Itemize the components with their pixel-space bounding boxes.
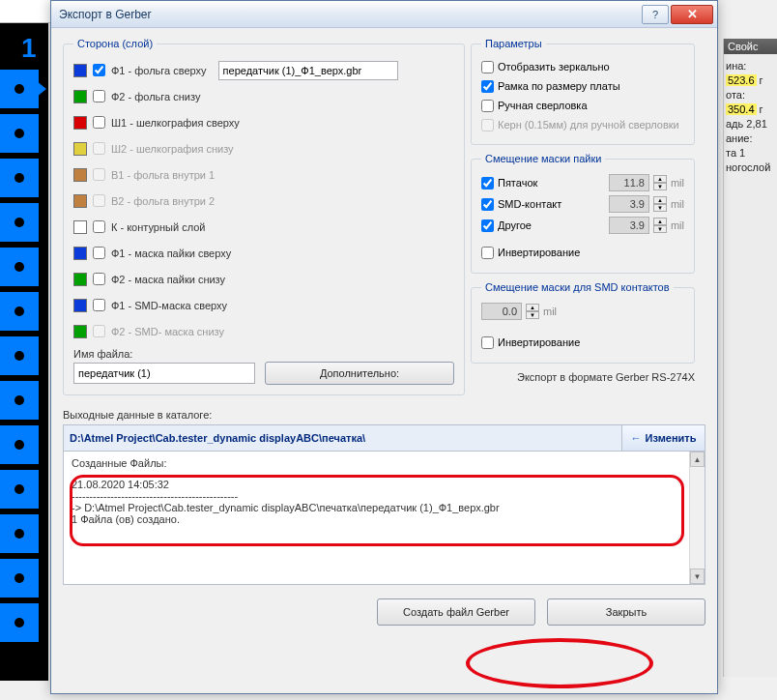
layer-checkbox[interactable]: [93, 116, 105, 129]
layer-row: Ф1 - SMD-маска сверху: [73, 292, 454, 318]
layer-checkbox[interactable]: [93, 299, 105, 311]
frame-label: Рамка по размеру платы: [498, 80, 620, 92]
other-checkbox[interactable]: [481, 219, 494, 232]
kern-checkbox: [481, 119, 494, 131]
filename-input[interactable]: [73, 363, 255, 384]
spin-up-icon[interactable]: ▲: [526, 304, 539, 311]
smdmask-value[interactable]: [481, 303, 522, 320]
layer-label: Ш1 - шелкография сверху: [111, 117, 240, 129]
spin-down-icon[interactable]: ▼: [653, 183, 667, 190]
scroll-up-icon[interactable]: ▲: [690, 452, 705, 467]
parameters-legend: Параметры: [481, 38, 546, 49]
output-path: D:\Atmel Project\Cab.tester_dynamic disp…: [64, 425, 621, 451]
smd-checkbox[interactable]: [481, 198, 494, 211]
layer-color-swatch: [73, 299, 87, 312]
layer-color-swatch: [73, 325, 87, 338]
ruler-stub: [0, 0, 50, 23]
layer-checkbox[interactable]: [93, 220, 105, 233]
log-line: 1 Файла (ов) создано.: [72, 513, 697, 525]
properties-header: Свойс: [724, 39, 777, 54]
layer-checkbox[interactable]: [93, 64, 105, 76]
change-path-button[interactable]: ← Изменить: [621, 425, 705, 451]
spin-down-icon[interactable]: ▼: [526, 311, 539, 319]
layer-checkbox[interactable]: [93, 247, 105, 259]
spin-down-icon[interactable]: ▼: [653, 225, 667, 233]
smd-value[interactable]: [609, 195, 649, 213]
frame-checkbox[interactable]: [481, 80, 494, 93]
layer-row: Ф2 - маска пайки снизу: [73, 266, 454, 292]
pad-unit: mil: [671, 177, 684, 189]
help-button[interactable]: ?: [642, 5, 669, 24]
layer-checkbox: [93, 325, 105, 337]
layer-label: Ф2 - SMD- маска снизу: [111, 326, 224, 337]
layer-row: Ф1 - маска пайки сверху: [73, 240, 454, 266]
layer-label: Ф2 - фольга снизу: [111, 91, 200, 102]
mask-invert-label: Инвертирование: [498, 247, 580, 258]
manual-drill-checkbox[interactable]: [481, 100, 494, 112]
output-pathbar: D:\Atmel Project\Cab.tester_dynamic disp…: [63, 424, 705, 452]
spin-up-icon[interactable]: ▲: [653, 196, 667, 204]
titlebar[interactable]: Экспорт в Gerber ? ✕: [51, 1, 717, 28]
layer-checkbox[interactable]: [93, 273, 105, 285]
mirror-checkbox[interactable]: [481, 61, 494, 73]
smd-unit: mil: [671, 198, 684, 210]
layer-row: К - контурный слой: [73, 214, 454, 240]
dialog-title: Экспорт в Gerber: [59, 8, 151, 21]
mask-invert-checkbox[interactable]: [481, 247, 494, 259]
spin-down-icon[interactable]: ▼: [653, 204, 667, 212]
side-legend: Сторона (слой): [73, 38, 157, 49]
more-button[interactable]: Дополнительно:: [265, 362, 454, 385]
smd-label: SMD-контакт: [498, 198, 605, 210]
kern-label: Керн (0.15мм) для ручной сверловки: [498, 119, 679, 131]
other-value[interactable]: [609, 217, 649, 234]
create-gerber-button[interactable]: Создать файл Gerber: [377, 598, 535, 626]
layer-color-swatch: [73, 194, 87, 208]
pcb-pin-number: 1: [0, 23, 48, 64]
export-format-note: Экспорт в формате Gerber RS-274X: [471, 371, 695, 383]
layer-label: В2 - фольга внутри 2: [111, 195, 215, 207]
mirror-label: Отобразить зеркально: [498, 61, 610, 73]
arrow-left-icon: ←: [631, 432, 642, 444]
layer-checkbox: [93, 168, 105, 181]
log-header: Созданные Файлы:: [72, 457, 697, 469]
layer-row: Ф2 - SMD- маска снизу: [73, 318, 454, 344]
pad-value[interactable]: [609, 174, 649, 191]
smdmask-invert-checkbox[interactable]: [481, 336, 494, 349]
log-line: -> D:\Atmel Project\Cab.tester_dynamic d…: [72, 502, 697, 513]
scroll-down-icon[interactable]: ▼: [690, 569, 705, 584]
layer-label: В1 - фольга внутри 1: [111, 169, 215, 181]
smdmask-unit: mil: [543, 306, 557, 317]
layer-label: Ф2 - маска пайки снизу: [111, 274, 225, 285]
layer-color-swatch: [73, 64, 87, 77]
layer-label: Ф1 - SMD-маска сверху: [111, 300, 227, 311]
parameters-group: Параметры Отобразить зеркально Рамка по …: [471, 38, 695, 145]
layer-label: К - контурный слой: [111, 221, 205, 233]
other-unit: mil: [671, 219, 684, 231]
pcb-background: 1: [0, 23, 48, 681]
layer-color-swatch: [73, 90, 87, 103]
layer-filename-input[interactable]: [218, 61, 398, 80]
scrollbar[interactable]: ▲ ▼: [689, 452, 705, 584]
smd-mask-offset-group: Смещение маски для SMD контактов ▲▼ mil …: [471, 281, 695, 364]
pad-checkbox[interactable]: [481, 177, 494, 190]
layer-checkbox[interactable]: [93, 90, 105, 102]
manual-drill-label: Ручная сверловка: [498, 100, 588, 111]
mask-offset-legend: Смещение маски пайки: [481, 153, 605, 164]
layer-checkbox: [93, 142, 105, 155]
layer-color-swatch: [73, 116, 87, 130]
log-timestamp: 21.08.2020 14:05:32: [72, 479, 697, 490]
mask-offset-group: Смещение маски пайки Пятачок ▲▼ mil SMD-…: [471, 153, 695, 274]
layer-color-swatch: [73, 247, 87, 260]
other-label: Другое: [498, 219, 605, 231]
layer-color-swatch: [73, 273, 87, 286]
close-dialog-button[interactable]: Закрыть: [547, 598, 705, 626]
layer-label: Ф1 - фольга сверху: [111, 65, 207, 76]
properties-panel: Свойс ина: 523.6 г ота: 350.4 г адь 2,81…: [723, 39, 777, 677]
log-separator: ----------------------------------------…: [72, 490, 697, 502]
spin-up-icon[interactable]: ▲: [653, 175, 667, 183]
side-layer-group: Сторона (слой) Ф1 - фольга сверхуФ2 - фо…: [63, 38, 465, 395]
close-button[interactable]: ✕: [671, 5, 713, 24]
layer-label: Ш2 - шелкография снизу: [111, 143, 234, 155]
gerber-export-dialog: Экспорт в Gerber ? ✕ Сторона (слой) Ф1 -…: [50, 0, 718, 694]
spin-up-icon[interactable]: ▲: [653, 218, 667, 225]
